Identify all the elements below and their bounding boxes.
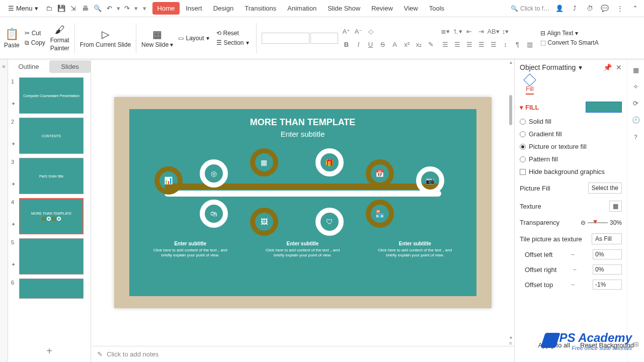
panel-dropdown-icon[interactable]: ▾: [579, 63, 582, 71]
vertical-scrollbar[interactable]: ▴▾≡: [507, 59, 514, 346]
save-icon[interactable]: 💾: [56, 4, 66, 14]
reset-button[interactable]: ⟲Reset: [214, 29, 251, 37]
align-right-button[interactable]: ☰: [464, 39, 475, 50]
align-text-button[interactable]: ⊟Align Text ▾: [538, 29, 601, 37]
clear-format-icon[interactable]: ◇: [365, 26, 376, 37]
preview-icon[interactable]: 🔍: [93, 4, 103, 14]
close-icon[interactable]: ✕: [616, 63, 622, 71]
thumb-row[interactable]: 4✦MORE THAN TEMPLATE: [8, 196, 91, 236]
slide-canvas[interactable]: MORE THAN TEMPLATE Enter subtitle 📊 ◎ ▦ …: [114, 97, 492, 308]
tab-tools[interactable]: Tools: [424, 2, 449, 15]
picture-fill-select[interactable]: Select the: [588, 183, 622, 194]
thumb-row[interactable]: 2✦CONTENTS: [8, 116, 91, 156]
italic-button[interactable]: I: [353, 39, 364, 50]
redo-dropdown-icon[interactable]: ▾: [134, 5, 138, 12]
highlight-button[interactable]: ✎: [426, 39, 437, 50]
section-button[interactable]: ☰Section ▾: [214, 39, 251, 47]
texture-select[interactable]: ▦: [609, 201, 622, 212]
picture-fill-radio[interactable]: Picture or texture fill: [520, 143, 622, 150]
search-input[interactable]: 🔍 Click to f…: [511, 5, 549, 12]
superscript-button[interactable]: x²: [401, 39, 413, 50]
thumbnail-5[interactable]: [19, 238, 84, 275]
convert-smartart-button[interactable]: ⬚Convert To SmartA: [538, 39, 601, 47]
justify-button[interactable]: ☰: [476, 39, 487, 50]
slides-tab[interactable]: Slides: [49, 60, 91, 73]
font-color-button[interactable]: A: [389, 39, 400, 50]
thumbnail-2[interactable]: CONTENTS: [19, 118, 84, 154]
copy-button[interactable]: ⧉Copy: [23, 39, 47, 47]
columns-button[interactable]: ▥: [524, 39, 535, 50]
thumb-row[interactable]: 1✦Computer Courseware Presentation: [8, 75, 91, 116]
undo-icon[interactable]: ↶: [105, 4, 115, 14]
menu-button[interactable]: ☰ Menu ▾: [4, 3, 42, 14]
decrease-font-icon[interactable]: A⁻: [353, 26, 364, 37]
bold-button[interactable]: B: [341, 39, 352, 50]
redo-icon[interactable]: ↷: [122, 4, 132, 14]
solid-fill-radio[interactable]: Solid fill: [520, 118, 622, 125]
thumbnail-3[interactable]: Part1 Enter title: [19, 158, 84, 194]
help-icon[interactable]: ？: [632, 133, 639, 142]
design-icon[interactable]: ✧: [633, 83, 638, 90]
speed-icon[interactable]: ⏱: [585, 4, 595, 14]
from-current-slide-button[interactable]: ▷ From Current Slide: [80, 28, 131, 48]
underline-button[interactable]: U: [365, 39, 376, 50]
export-icon[interactable]: ⇲: [68, 4, 78, 14]
view-grid-icon[interactable]: ⊞: [631, 339, 641, 349]
thumb-row[interactable]: 6: [8, 277, 91, 301]
comment-icon[interactable]: 💬: [600, 4, 610, 14]
tab-slideshow[interactable]: Slide Show: [323, 2, 365, 15]
numbering-button[interactable]: ⒈▾: [452, 26, 463, 37]
minus-icon[interactable]: ⊖: [581, 219, 586, 226]
thumbnail-4[interactable]: MORE THAN TEMPLATE: [19, 198, 84, 234]
open-icon[interactable]: 🗀: [44, 4, 54, 14]
font-size-select[interactable]: [310, 33, 338, 44]
thumb-row[interactable]: 5✦: [8, 236, 91, 277]
transparency-slider[interactable]: [588, 222, 608, 223]
thumb-row[interactable]: 3✦Part1 Enter title: [8, 156, 91, 196]
tab-review[interactable]: Review: [366, 2, 398, 15]
history-icon[interactable]: 🕘: [632, 116, 640, 124]
collapse-ribbon-icon[interactable]: ⌃: [630, 4, 640, 14]
tab-home[interactable]: Home: [152, 2, 180, 15]
distribute-button[interactable]: ☰: [488, 39, 499, 50]
properties-icon[interactable]: ▦: [633, 66, 639, 74]
notes-bar[interactable]: ✎ Click to add notes: [91, 346, 514, 362]
tab-view[interactable]: View: [399, 2, 423, 15]
align-center-button[interactable]: ☰: [452, 39, 463, 50]
collapse-panel-button[interactable]: «: [0, 59, 8, 362]
font-family-select[interactable]: [262, 33, 309, 44]
thumbnail-6[interactable]: [19, 279, 84, 299]
tab-transitions[interactable]: Transitions: [239, 2, 281, 15]
paragraph-spacing-button[interactable]: ¶: [512, 39, 523, 50]
offset-left-input[interactable]: 0%: [593, 249, 622, 259]
outline-tab[interactable]: Outline: [8, 60, 49, 73]
layout-button[interactable]: ▭Layout ▾: [176, 34, 211, 42]
offset-top-input[interactable]: -1%: [593, 280, 622, 290]
tab-animation[interactable]: Animation: [282, 2, 321, 15]
offset-right-input[interactable]: 0%: [593, 264, 622, 275]
format-painter-button[interactable]: 🖌 Format Painter: [50, 24, 69, 52]
decrease-indent-button[interactable]: ⇤: [464, 26, 475, 37]
line-spacing-button[interactable]: ↕: [500, 39, 511, 50]
tab-design[interactable]: Design: [208, 2, 238, 15]
print-icon[interactable]: 🖶: [80, 4, 91, 14]
tile-select[interactable]: As Fill: [592, 233, 622, 244]
add-slide-button[interactable]: +: [8, 340, 91, 362]
pattern-fill-radio[interactable]: Pattern fill: [520, 155, 622, 163]
strike-button[interactable]: S: [377, 39, 388, 50]
gradient-fill-radio[interactable]: Gradient fill: [520, 130, 622, 138]
text-direction-button[interactable]: AB▾: [488, 26, 499, 37]
fill-preview[interactable]: [586, 102, 622, 113]
increase-font-icon[interactable]: A⁺: [341, 26, 352, 37]
hide-bg-checkbox[interactable]: Hide background graphics: [520, 168, 622, 175]
undo-dropdown-icon[interactable]: ▾: [117, 5, 120, 12]
bullets-button[interactable]: ≣▾: [440, 26, 451, 37]
qat-dropdown-icon[interactable]: ▾: [143, 5, 146, 12]
fill-tab[interactable]: Fill: [520, 75, 540, 95]
sort-button[interactable]: ↕▾: [500, 26, 511, 37]
more-icon[interactable]: ⋮: [615, 4, 625, 14]
apply-to-all-button[interactable]: Apply to all: [538, 341, 570, 349]
pin-icon[interactable]: 📌: [603, 63, 612, 71]
fill-section-header[interactable]: ▾ FILL: [520, 102, 622, 113]
animation-pane-icon[interactable]: ⟳: [633, 100, 638, 107]
